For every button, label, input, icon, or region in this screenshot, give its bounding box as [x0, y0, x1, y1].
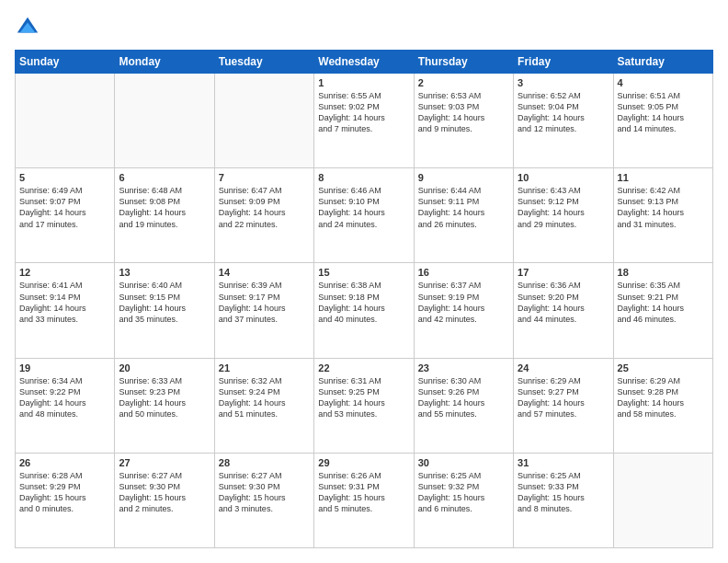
day-info: Sunrise: 6:38 AM Sunset: 9:18 PM Dayligh… — [318, 280, 409, 325]
calendar-cell: 22Sunrise: 6:31 AM Sunset: 9:25 PM Dayli… — [314, 358, 414, 453]
day-header-sunday: Sunday — [16, 51, 115, 74]
day-info: Sunrise: 6:40 AM Sunset: 9:15 PM Dayligh… — [119, 280, 210, 325]
day-info: Sunrise: 6:44 AM Sunset: 9:11 PM Dayligh… — [418, 185, 509, 230]
day-info: Sunrise: 6:26 AM Sunset: 9:31 PM Dayligh… — [318, 470, 409, 515]
calendar-cell: 18Sunrise: 6:35 AM Sunset: 9:21 PM Dayli… — [613, 263, 712, 358]
day-header-saturday: Saturday — [613, 51, 712, 74]
day-info: Sunrise: 6:25 AM Sunset: 9:32 PM Dayligh… — [418, 470, 509, 515]
day-info: Sunrise: 6:34 AM Sunset: 9:22 PM Dayligh… — [19, 375, 110, 420]
calendar-cell: 20Sunrise: 6:33 AM Sunset: 9:23 PM Dayli… — [115, 358, 214, 453]
day-number: 23 — [418, 362, 509, 373]
day-number: 8 — [318, 172, 409, 183]
day-number: 30 — [418, 457, 509, 468]
day-number: 17 — [518, 267, 609, 278]
day-number: 26 — [19, 457, 110, 468]
calendar-cell: 21Sunrise: 6:32 AM Sunset: 9:24 PM Dayli… — [214, 358, 313, 453]
calendar-cell: 23Sunrise: 6:30 AM Sunset: 9:26 PM Dayli… — [414, 358, 513, 453]
day-number: 29 — [318, 457, 409, 468]
calendar-cell: 3Sunrise: 6:52 AM Sunset: 9:04 PM Daylig… — [514, 74, 613, 168]
day-number: 31 — [518, 457, 609, 468]
day-header-wednesday: Wednesday — [314, 51, 414, 74]
day-info: Sunrise: 6:32 AM Sunset: 9:24 PM Dayligh… — [219, 375, 310, 420]
day-info: Sunrise: 6:42 AM Sunset: 9:13 PM Dayligh… — [618, 185, 709, 230]
day-info: Sunrise: 6:25 AM Sunset: 9:33 PM Dayligh… — [518, 470, 609, 515]
day-number: 4 — [618, 77, 709, 88]
day-info: Sunrise: 6:41 AM Sunset: 9:14 PM Dayligh… — [19, 280, 110, 325]
day-info: Sunrise: 6:29 AM Sunset: 9:27 PM Dayligh… — [518, 375, 609, 420]
day-number: 21 — [219, 362, 310, 373]
day-number: 24 — [518, 362, 609, 373]
day-number: 18 — [618, 267, 709, 278]
calendar-cell: 7Sunrise: 6:47 AM Sunset: 9:09 PM Daylig… — [214, 168, 313, 263]
calendar-cell: 10Sunrise: 6:43 AM Sunset: 9:12 PM Dayli… — [514, 168, 613, 263]
calendar-cell: 9Sunrise: 6:44 AM Sunset: 9:11 PM Daylig… — [414, 168, 513, 263]
day-info: Sunrise: 6:43 AM Sunset: 9:12 PM Dayligh… — [518, 185, 609, 230]
day-number: 9 — [418, 172, 509, 183]
week-row-2: 12Sunrise: 6:41 AM Sunset: 9:14 PM Dayli… — [16, 263, 713, 358]
day-info: Sunrise: 6:27 AM Sunset: 9:30 PM Dayligh… — [119, 470, 210, 515]
day-header-tuesday: Tuesday — [214, 51, 313, 74]
calendar-cell: 8Sunrise: 6:46 AM Sunset: 9:10 PM Daylig… — [314, 168, 414, 263]
day-number: 11 — [618, 172, 709, 183]
calendar-cell: 31Sunrise: 6:25 AM Sunset: 9:33 PM Dayli… — [514, 453, 613, 547]
day-info: Sunrise: 6:31 AM Sunset: 9:25 PM Dayligh… — [318, 375, 409, 420]
calendar-cell: 30Sunrise: 6:25 AM Sunset: 9:32 PM Dayli… — [414, 453, 513, 547]
calendar-cell — [16, 74, 115, 168]
calendar-cell: 26Sunrise: 6:28 AM Sunset: 9:29 PM Dayli… — [16, 453, 115, 547]
logo-icon — [15, 15, 40, 40]
calendar-cell: 29Sunrise: 6:26 AM Sunset: 9:31 PM Dayli… — [314, 453, 414, 547]
day-info: Sunrise: 6:48 AM Sunset: 9:08 PM Dayligh… — [119, 185, 210, 230]
day-info: Sunrise: 6:33 AM Sunset: 9:23 PM Dayligh… — [119, 375, 210, 420]
day-number: 7 — [219, 172, 310, 183]
calendar-cell: 24Sunrise: 6:29 AM Sunset: 9:27 PM Dayli… — [514, 358, 613, 453]
day-number: 14 — [219, 267, 310, 278]
header — [15, 15, 713, 40]
header-row: SundayMondayTuesdayWednesdayThursdayFrid… — [16, 51, 713, 74]
logo — [15, 15, 44, 40]
page: SundayMondayTuesdayWednesdayThursdayFrid… — [0, 0, 728, 563]
calendar-cell: 2Sunrise: 6:53 AM Sunset: 9:03 PM Daylig… — [414, 74, 513, 168]
day-info: Sunrise: 6:35 AM Sunset: 9:21 PM Dayligh… — [618, 280, 709, 325]
day-number: 15 — [318, 267, 409, 278]
day-header-monday: Monday — [115, 51, 214, 74]
calendar-cell: 27Sunrise: 6:27 AM Sunset: 9:30 PM Dayli… — [115, 453, 214, 547]
day-info: Sunrise: 6:55 AM Sunset: 9:02 PM Dayligh… — [318, 90, 409, 135]
calendar-cell: 6Sunrise: 6:48 AM Sunset: 9:08 PM Daylig… — [115, 168, 214, 263]
calendar: SundayMondayTuesdayWednesdayThursdayFrid… — [15, 50, 713, 548]
day-number: 16 — [418, 267, 509, 278]
calendar-cell: 17Sunrise: 6:36 AM Sunset: 9:20 PM Dayli… — [514, 263, 613, 358]
week-row-4: 26Sunrise: 6:28 AM Sunset: 9:29 PM Dayli… — [16, 453, 713, 547]
day-number: 6 — [119, 172, 210, 183]
day-info: Sunrise: 6:53 AM Sunset: 9:03 PM Dayligh… — [418, 90, 509, 135]
calendar-cell: 13Sunrise: 6:40 AM Sunset: 9:15 PM Dayli… — [115, 263, 214, 358]
calendar-cell: 12Sunrise: 6:41 AM Sunset: 9:14 PM Dayli… — [16, 263, 115, 358]
calendar-cell — [115, 74, 214, 168]
day-number: 19 — [19, 362, 110, 373]
day-header-friday: Friday — [514, 51, 613, 74]
week-row-3: 19Sunrise: 6:34 AM Sunset: 9:22 PM Dayli… — [16, 358, 713, 453]
calendar-cell: 19Sunrise: 6:34 AM Sunset: 9:22 PM Dayli… — [16, 358, 115, 453]
calendar-cell: 28Sunrise: 6:27 AM Sunset: 9:30 PM Dayli… — [214, 453, 313, 547]
day-number: 2 — [418, 77, 509, 88]
day-info: Sunrise: 6:30 AM Sunset: 9:26 PM Dayligh… — [418, 375, 509, 420]
calendar-cell: 25Sunrise: 6:29 AM Sunset: 9:28 PM Dayli… — [613, 358, 712, 453]
day-info: Sunrise: 6:27 AM Sunset: 9:30 PM Dayligh… — [219, 470, 310, 515]
calendar-cell — [613, 453, 712, 547]
day-number: 13 — [119, 267, 210, 278]
day-info: Sunrise: 6:36 AM Sunset: 9:20 PM Dayligh… — [518, 280, 609, 325]
calendar-cell: 5Sunrise: 6:49 AM Sunset: 9:07 PM Daylig… — [16, 168, 115, 263]
day-number: 1 — [318, 77, 409, 88]
day-info: Sunrise: 6:46 AM Sunset: 9:10 PM Dayligh… — [318, 185, 409, 230]
day-info: Sunrise: 6:39 AM Sunset: 9:17 PM Dayligh… — [219, 280, 310, 325]
day-info: Sunrise: 6:52 AM Sunset: 9:04 PM Dayligh… — [518, 90, 609, 135]
day-info: Sunrise: 6:29 AM Sunset: 9:28 PM Dayligh… — [618, 375, 709, 420]
calendar-cell: 1Sunrise: 6:55 AM Sunset: 9:02 PM Daylig… — [314, 74, 414, 168]
calendar-cell: 11Sunrise: 6:42 AM Sunset: 9:13 PM Dayli… — [613, 168, 712, 263]
day-info: Sunrise: 6:37 AM Sunset: 9:19 PM Dayligh… — [418, 280, 509, 325]
day-number: 12 — [19, 267, 110, 278]
day-info: Sunrise: 6:28 AM Sunset: 9:29 PM Dayligh… — [19, 470, 110, 515]
calendar-cell: 15Sunrise: 6:38 AM Sunset: 9:18 PM Dayli… — [314, 263, 414, 358]
day-number: 28 — [219, 457, 310, 468]
week-row-0: 1Sunrise: 6:55 AM Sunset: 9:02 PM Daylig… — [16, 74, 713, 168]
day-info: Sunrise: 6:49 AM Sunset: 9:07 PM Dayligh… — [19, 185, 110, 230]
